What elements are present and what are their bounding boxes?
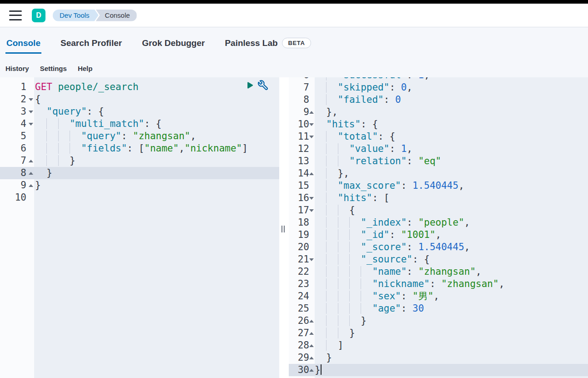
response-code-text[interactable]: "hits": [ [315,192,588,204]
response-code-text[interactable]: "relation": "eq" [315,155,588,167]
response-line-27[interactable]: 27 } [289,327,588,339]
request-line-2[interactable]: 2{ [0,93,279,106]
response-line-23[interactable]: 23 "nickname": "zhangsan", [289,278,588,290]
request-code-text[interactable]: "multi_match": { [34,118,279,130]
request-line-4[interactable]: 4 "multi_match": { [0,118,279,130]
response-line-10[interactable]: 10 "hits": { [289,118,588,131]
response-code-text[interactable]: "failed": 0 [315,94,588,106]
request-line-5[interactable]: 5 "query": "zhangsan", [0,130,279,142]
response-line-11[interactable]: 11 "total": { [289,131,588,143]
request-line-7[interactable]: 7 } [0,155,279,167]
request-line-9[interactable]: 9} [0,179,279,192]
response-code-text[interactable]: "_source": { [315,253,588,266]
response-line-15[interactable]: 15 "max_score": 1.540445, [289,180,588,192]
send-request-play-icon[interactable] [246,81,254,90]
request-code-text[interactable]: } [34,155,279,167]
fold-toggle-icon[interactable] [309,197,314,200]
response-code-text[interactable]: "sex": "男", [315,290,588,302]
history-menu-button[interactable]: History [5,65,29,72]
response-line-17[interactable]: 17 { [289,204,588,217]
fold-toggle-icon[interactable] [29,184,33,187]
response-line-18[interactable]: 18 "_index": "people", [289,217,588,229]
request-code-text[interactable] [34,192,279,204]
tab-grok-debugger[interactable]: Grok Debugger [141,38,206,54]
fold-toggle-icon[interactable] [309,172,314,175]
request-code-text[interactable]: { [34,93,279,106]
response-code-text[interactable]: "value": 1, [315,143,588,155]
response-code-text[interactable]: "max_score": 1.540445, [315,180,588,192]
fold-toggle-icon[interactable] [309,369,314,372]
response-code-text[interactable]: "_index": "people", [315,217,588,229]
request-line-8[interactable]: 8 } [0,167,279,179]
response-line-19[interactable]: 19 "_id": "1001", [289,229,588,241]
response-code-text[interactable]: } [315,364,588,376]
tab-search-profiler[interactable]: Search Profiler [60,38,123,54]
response-code-text[interactable]: "name": "zhangsan", [315,266,588,278]
fold-toggle-icon[interactable] [29,160,33,162]
response-code-text[interactable]: } [315,327,588,339]
deployment-avatar[interactable]: D [32,9,45,22]
response-line-7[interactable]: 7 "skipped": 0, [289,81,588,94]
response-line-28[interactable]: 28 ] [289,339,588,352]
request-code-text[interactable]: "query": { [34,106,279,118]
response-code-text[interactable]: }, [315,167,588,180]
response-line-30[interactable]: 30} [289,364,588,376]
request-editor[interactable]: 1GET people/_search2{3 "query": {4 "mult… [0,77,279,378]
response-line-22[interactable]: 22 "name": "zhangsan", [289,266,588,278]
breadcrumb-dev-tools[interactable]: Dev Tools [53,10,99,21]
request-code-text[interactable]: } [34,179,279,192]
response-code-text[interactable]: "skipped": 0, [315,81,588,94]
request-line-1[interactable]: 1GET people/_search [0,81,279,93]
fold-toggle-icon[interactable] [29,111,33,113]
fold-toggle-icon[interactable] [309,320,314,323]
fold-toggle-icon[interactable] [29,172,33,175]
response-code-text[interactable]: "total": { [315,131,588,143]
fold-toggle-icon[interactable] [309,332,314,335]
response-line-16[interactable]: 16 "hits": [ [289,192,588,204]
tab-console[interactable]: Console [5,38,41,54]
response-code-text[interactable]: "_id": "1001", [315,229,588,241]
response-line-24[interactable]: 24 "sex": "男", [289,290,588,302]
response-line-21[interactable]: 21 "_source": { [289,253,588,266]
response-code-text[interactable]: ] [315,339,588,352]
request-code-text[interactable]: "fields": ["name","nickname"] [34,142,279,155]
response-code-text[interactable]: } [315,352,588,364]
menu-icon[interactable] [9,10,22,20]
fold-toggle-icon[interactable] [309,357,314,359]
help-menu-button[interactable]: Help [78,65,93,72]
response-line-9[interactable]: 9 }, [289,106,588,118]
fold-toggle-icon[interactable] [309,344,314,347]
response-line-8[interactable]: 8 "failed": 0 [289,94,588,106]
response-code-text[interactable]: "successful": 1, [315,77,588,81]
fold-toggle-icon[interactable] [309,258,314,261]
panel-resizer[interactable] [279,77,289,378]
fold-toggle-icon[interactable] [309,123,314,126]
settings-menu-button[interactable]: Settings [40,65,67,72]
fold-toggle-icon[interactable] [309,209,314,212]
fold-toggle-icon[interactable] [29,98,33,101]
request-line-10[interactable]: 10 [0,192,279,204]
response-line-6[interactable]: 6 "successful": 1, [289,77,588,81]
request-code-text[interactable]: "query": "zhangsan", [34,130,279,142]
response-code-text[interactable]: "nickname": "zhangsan", [315,278,588,290]
response-line-12[interactable]: 12 "value": 1, [289,143,588,155]
request-line-3[interactable]: 3 "query": { [0,106,279,118]
response-line-26[interactable]: 26 } [289,315,588,327]
response-code-text[interactable]: } [315,315,588,327]
response-line-14[interactable]: 14 }, [289,167,588,180]
response-code-text[interactable]: "_score": 1.540445, [315,241,588,253]
fold-toggle-icon[interactable] [309,111,314,114]
response-code-text[interactable]: }, [315,106,588,118]
request-code-text[interactable]: } [34,167,279,179]
fold-toggle-icon[interactable] [309,136,314,138]
response-code-text[interactable]: "hits": { [315,118,588,131]
response-code-text[interactable]: { [315,204,588,217]
response-line-13[interactable]: 13 "relation": "eq" [289,155,588,167]
tab-painless-lab[interactable]: Painless Lab BETA [224,38,312,54]
request-line-6[interactable]: 6 "fields": ["name","nickname"] [0,142,279,155]
response-editor[interactable]: 6 "successful": 1,7 "skipped": 0,8 "fail… [289,77,588,378]
response-line-25[interactable]: 25 "age": 30 [289,302,588,315]
response-line-29[interactable]: 29 } [289,352,588,364]
response-line-20[interactable]: 20 "_score": 1.540445, [289,241,588,253]
request-code-text[interactable]: GET people/_search [34,81,279,93]
